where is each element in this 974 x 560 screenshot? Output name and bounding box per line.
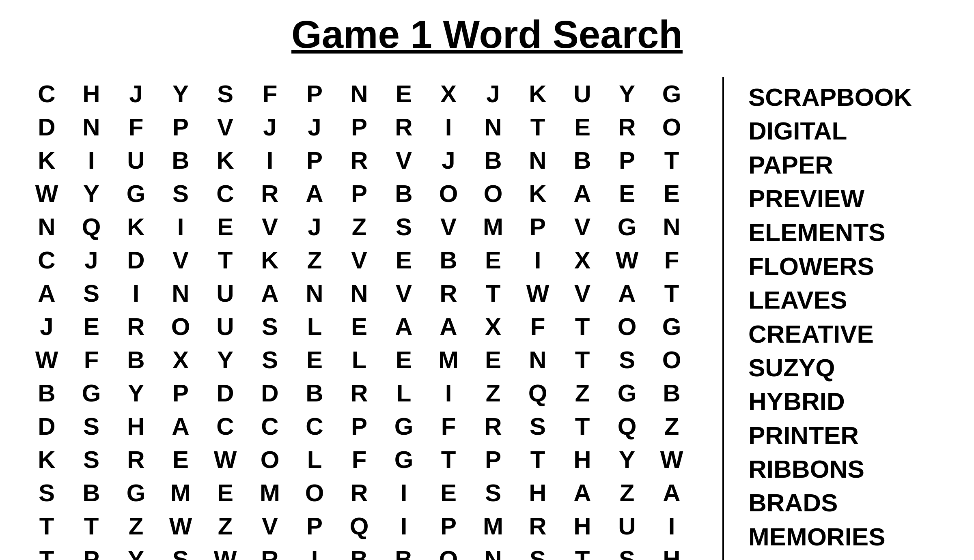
grid-cell-1-5: J (248, 110, 292, 144)
grid-cell-0-11: K (515, 77, 560, 110)
grid-cell-1-8: R (381, 110, 426, 144)
grid-cell-4-0: N (24, 210, 69, 243)
word-item-7: CREATIVE (748, 318, 950, 350)
grid-cell-3-2: G (114, 177, 158, 210)
grid-cell-6-13: A (605, 277, 649, 310)
grid-cell-0-1: H (69, 77, 114, 110)
grid-cell-11-11: T (515, 443, 560, 476)
grid-cell-1-10: N (471, 110, 515, 144)
grid-cell-14-14: H (649, 543, 694, 560)
grid-cell-7-0: J (24, 310, 69, 343)
grid-cell-5-5: K (248, 243, 292, 277)
grid-cell-13-12: H (560, 509, 605, 543)
grid-cell-7-11: F (515, 310, 560, 343)
grid-cell-10-8: G (381, 410, 426, 443)
grid-cell-9-14: B (649, 376, 694, 410)
grid-cell-9-1: G (69, 376, 114, 410)
grid-row: CHJYSFPNEXJKUYG (24, 77, 694, 110)
word-item-9: HYBRID (748, 385, 950, 417)
grid-cell-10-13: Q (605, 410, 649, 443)
word-item-11: RIBBONS (748, 453, 950, 485)
word-item-1: DIGITAL (748, 115, 950, 147)
grid-cell-1-3: P (158, 110, 203, 144)
grid-cell-5-7: V (337, 243, 381, 277)
grid-cell-3-9: O (426, 177, 471, 210)
grid-cell-14-11: S (515, 543, 560, 560)
grid-cell-3-7: P (337, 177, 381, 210)
grid-cell-3-4: C (203, 177, 248, 210)
grid-cell-1-13: R (605, 110, 649, 144)
grid-cell-12-11: H (515, 476, 560, 509)
grid-cell-3-6: A (292, 177, 337, 210)
grid-cell-5-14: F (649, 243, 694, 277)
grid-cell-14-10: N (471, 543, 515, 560)
grid-cell-8-10: E (471, 343, 515, 376)
grid-cell-4-14: N (649, 210, 694, 243)
grid-cell-6-7: N (337, 277, 381, 310)
grid-cell-12-0: S (24, 476, 69, 509)
grid-cell-13-10: M (471, 509, 515, 543)
grid-cell-14-4: W (203, 543, 248, 560)
word-item-0: SCRAPBOOK (748, 81, 950, 113)
grid-row: KSREWOLFGTPTHYW (24, 443, 694, 476)
grid-cell-5-8: E (381, 243, 426, 277)
grid-cell-4-12: V (560, 210, 605, 243)
grid-cell-2-0: K (24, 144, 69, 177)
grid-row: WFBXYSELEMENTSO (24, 343, 694, 376)
grid-cell-13-8: I (381, 509, 426, 543)
grid-cell-10-10: R (471, 410, 515, 443)
grid-cell-8-8: E (381, 343, 426, 376)
grid-cell-2-10: B (471, 144, 515, 177)
grid-cell-5-1: J (69, 243, 114, 277)
grid-cell-4-11: P (515, 210, 560, 243)
grid-cell-3-8: B (381, 177, 426, 210)
grid-cell-13-0: T (24, 509, 69, 543)
grid-cell-5-2: D (114, 243, 158, 277)
grid-cell-3-11: K (515, 177, 560, 210)
grid-cell-10-2: H (114, 410, 158, 443)
grid-cell-7-10: X (471, 310, 515, 343)
grid-cell-7-9: A (426, 310, 471, 343)
grid-cell-6-3: N (158, 277, 203, 310)
grid-cell-4-7: Z (337, 210, 381, 243)
grid-cell-0-9: X (426, 77, 471, 110)
word-item-3: PREVIEW (748, 182, 950, 215)
grid-cell-1-7: P (337, 110, 381, 144)
grid-cell-0-12: U (560, 77, 605, 110)
grid-cell-2-14: T (649, 144, 694, 177)
grid-cell-0-10: J (471, 77, 515, 110)
grid-cell-14-13: S (605, 543, 649, 560)
grid-cell-7-8: A (381, 310, 426, 343)
grid-cell-4-9: V (426, 210, 471, 243)
grid-cell-0-7: N (337, 77, 381, 110)
grid-cell-14-8: B (381, 543, 426, 560)
grid-cell-13-11: R (515, 509, 560, 543)
grid-cell-1-11: T (515, 110, 560, 144)
grid-cell-4-13: G (605, 210, 649, 243)
grid-cell-8-5: S (248, 343, 292, 376)
grid-cell-5-4: T (203, 243, 248, 277)
grid-cell-12-9: E (426, 476, 471, 509)
grid-cell-2-3: B (158, 144, 203, 177)
grid-row: WYGSCRAPBOOKAEE (24, 177, 694, 210)
grid-row: TTZWZVPQIPMRHUI (24, 509, 694, 543)
page-title: Game 1 Word Search (291, 12, 683, 57)
grid-cell-10-3: A (158, 410, 203, 443)
grid-cell-12-4: E (203, 476, 248, 509)
grid-row: SBGMEMORIESHAZA (24, 476, 694, 509)
grid-cell-2-13: P (605, 144, 649, 177)
grid-cell-9-3: P (158, 376, 203, 410)
grid-cell-1-1: N (69, 110, 114, 144)
grid-cell-7-12: T (560, 310, 605, 343)
grid-cell-13-7: Q (337, 509, 381, 543)
grid-cell-7-2: R (114, 310, 158, 343)
grid-cell-12-3: M (158, 476, 203, 509)
grid-row: DSHACCCPGFRSTQZ (24, 410, 694, 443)
grid-cell-7-13: O (605, 310, 649, 343)
grid-cell-11-4: W (203, 443, 248, 476)
grid-cell-10-11: S (515, 410, 560, 443)
word-item-6: LEAVES (748, 284, 950, 316)
grid-cell-6-14: T (649, 277, 694, 310)
grid-cell-0-0: C (24, 77, 69, 110)
grid-cell-14-1: P (69, 543, 114, 560)
